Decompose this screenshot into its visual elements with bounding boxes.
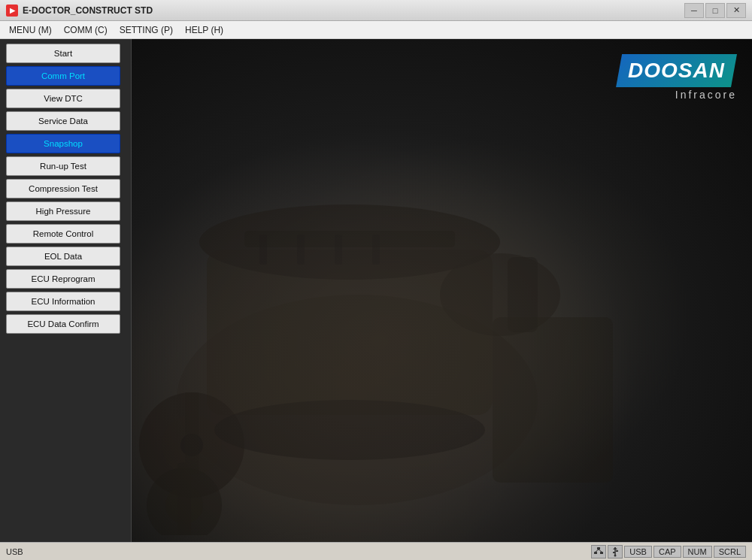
network-icon	[591, 545, 606, 558]
svg-point-26	[614, 554, 617, 556]
ecu-information-button[interactable]: ECU Information	[6, 292, 120, 311]
svg-rect-17	[597, 547, 600, 549]
svg-line-20	[596, 549, 599, 552]
svg-line-21	[599, 549, 602, 552]
svg-rect-18	[594, 552, 597, 554]
svg-rect-15	[372, 235, 380, 265]
doosan-brand-text: DOOSAN	[628, 59, 725, 82]
svg-rect-19	[600, 552, 603, 554]
snapshop-button[interactable]: Snapshop	[6, 134, 120, 153]
svg-rect-14	[335, 235, 342, 265]
app-icon: ▶	[6, 5, 18, 17]
svg-rect-25	[616, 550, 618, 552]
remote-control-button[interactable]: Remote Control	[6, 224, 120, 244]
runup-test-button[interactable]: Run-up Test	[6, 156, 120, 176]
menu-item-c[interactable]: COMM (C)	[58, 23, 114, 38]
svg-rect-24	[613, 552, 615, 553]
view-dtc-button[interactable]: View DTC	[6, 89, 120, 108]
menu-item-m[interactable]: MENU (M)	[3, 23, 58, 38]
svg-rect-10	[493, 317, 613, 483]
menu-item-p[interactable]: SETTING (P)	[114, 23, 179, 38]
close-button[interactable]: ✕	[726, 3, 746, 18]
scrl-indicator: SCRL	[714, 546, 746, 558]
svg-marker-23	[613, 547, 617, 549]
window-controls: ─ □ ✕	[684, 3, 746, 18]
doosan-logo-box: DOOSAN	[616, 54, 737, 87]
engine-svg	[132, 39, 748, 535]
start-button[interactable]: Start	[6, 44, 120, 63]
num-indicator: NUM	[683, 546, 712, 558]
menu-item-h[interactable]: HELP (H)	[179, 23, 229, 38]
window-title: E-DOCTOR_CONSTRUCT STD	[23, 5, 684, 16]
compression-test-button[interactable]: Compression Test	[6, 179, 120, 198]
service-data-button[interactable]: Service Data	[6, 111, 120, 131]
content-area: DOOSAN Infracore	[132, 39, 752, 542]
sidebar: Start Comm Port View DTC Service Data Sn…	[0, 39, 132, 542]
comm-port-button[interactable]: Comm Port	[6, 66, 120, 86]
status-right-area: USB CAP NUM SCRL	[591, 545, 746, 558]
usb-status-indicator: USB	[624, 546, 652, 558]
usb-icon	[608, 545, 623, 558]
high-pressure-button[interactable]: High Pressure	[6, 201, 120, 221]
svg-rect-12	[259, 235, 267, 265]
infracore-subtitle: Infracore	[675, 89, 737, 101]
ecu-reprogram-button[interactable]: ECU Reprogram	[6, 269, 120, 289]
cap-indicator: CAP	[653, 546, 681, 558]
status-bar: USB USB CAP NUM SCRL	[0, 542, 752, 560]
maximize-button[interactable]: □	[705, 3, 725, 18]
doosan-logo: DOOSAN Infracore	[616, 54, 737, 101]
eol-data-button[interactable]: EOL Data	[6, 247, 120, 266]
svg-rect-13	[297, 235, 305, 265]
svg-rect-11	[244, 231, 455, 247]
engine-background: DOOSAN Infracore	[132, 39, 752, 542]
minimize-button[interactable]: ─	[684, 3, 704, 18]
ecu-data-confirm-button[interactable]: ECU Data Confirm	[6, 314, 120, 334]
svg-point-16	[214, 400, 485, 460]
title-bar: ▶ E-DOCTOR_CONSTRUCT STD ─ □ ✕	[0, 0, 752, 21]
menu-bar: MENU (M) COMM (C) SETTING (P) HELP (H)	[0, 21, 752, 39]
main-area: Start Comm Port View DTC Service Data Sn…	[0, 39, 752, 542]
status-usb-text: USB	[6, 547, 591, 556]
